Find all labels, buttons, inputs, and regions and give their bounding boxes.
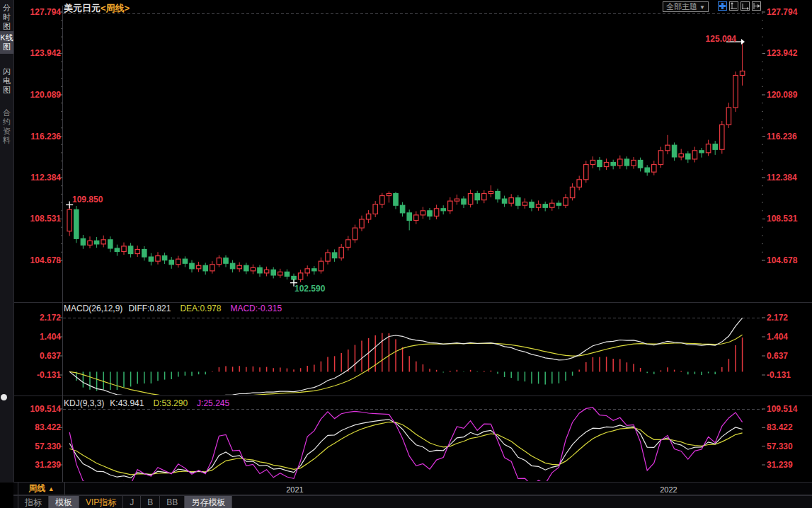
macd-diff-value: DIFF:0.821 — [128, 304, 171, 313]
axis-label-1-right-2: 0.637 — [767, 351, 812, 361]
macd-header: MACD(26,12,9)DIFF:0.821DEA:0.978MACD:-0.… — [64, 304, 291, 313]
axis-label-0-right-4: 112.384 — [767, 173, 812, 183]
axis-label-0-left-5: 108.531 — [14, 214, 61, 224]
axis-label-1-left-2: 0.637 — [14, 351, 61, 361]
axis-label-0-left-1: 123.942 — [14, 48, 61, 58]
bottom-tab-4[interactable]: J — [123, 496, 141, 508]
axis-label-2-right-3: 31.239 — [767, 460, 812, 470]
axis-label-2-left-3: 31.239 — [14, 460, 61, 470]
bottom-tab-1[interactable]: 指标 — [18, 496, 49, 508]
axis-label-0-left-3: 116.236 — [14, 132, 61, 142]
axis-label-0-left-2: 120.089 — [14, 90, 61, 100]
first-high-annotation: 109.850 — [72, 195, 103, 204]
macd-value: MACD:-0.315 — [230, 304, 282, 313]
bottom-tab-bar: 指标模板VIP指标JBBB另存模板 — [13, 495, 812, 508]
axis-label-0-right-0: 127.794 — [767, 7, 812, 17]
panel-handle-icon[interactable] — [1, 394, 7, 400]
axis-label-2-right-0: 109.514 — [767, 404, 812, 414]
kdj-d-value: D:53.290 — [153, 398, 188, 408]
candlestick-chart[interactable] — [0, 0, 812, 508]
period-selector[interactable]: 周线 ▲ — [18, 483, 65, 495]
bottom-tab-7[interactable]: 另存模板 — [185, 496, 232, 508]
axis-label-0-left-6: 104.678 — [14, 255, 61, 265]
axis-label-0-right-6: 104.678 — [767, 255, 812, 265]
axis-label-1-right-3: -0.131 — [767, 370, 812, 380]
axis-label-1-left-0: 2.172 — [14, 313, 61, 323]
bottom-tab-2[interactable]: 模板 — [49, 496, 79, 508]
bottom-tab-3[interactable]: VIP指标 — [79, 496, 123, 508]
kdj-params: KDJ(9,3,3) — [64, 398, 104, 408]
triangle-up-icon: ▲ — [48, 485, 55, 492]
kdj-j-value: J:25.245 — [197, 398, 229, 408]
axis-label-0-right-1: 123.942 — [767, 48, 812, 58]
axis-label-0-right-3: 116.236 — [767, 132, 812, 142]
kdj-k-value: K:43.941 — [110, 398, 144, 408]
year-label-2021: 2021 — [286, 485, 303, 494]
axis-label-1-right-1: 1.404 — [767, 332, 812, 342]
time-axis-bar: 周线 ▲ 20212022 — [13, 483, 812, 495]
bottom-tab-5[interactable]: B — [141, 496, 160, 508]
trading-terminal: 分时图K线图闪电图合约资料 美元日元<周线> 全部主题 ▼ 109.850 10… — [0, 0, 812, 508]
axis-label-2-right-2: 57.330 — [767, 441, 812, 451]
axis-label-0-right-2: 120.089 — [767, 90, 812, 100]
year-label-2022: 2022 — [660, 485, 677, 494]
axis-label-2-left-0: 109.514 — [14, 404, 61, 414]
axis-label-1-left-3: -0.131 — [14, 370, 61, 380]
macd-params: MACD(26,12,9) — [64, 304, 122, 313]
axis-label-0-left-4: 112.384 — [14, 173, 61, 183]
period-label: 周线 — [28, 483, 45, 493]
low-annotation: 102.590 — [295, 284, 325, 294]
axis-label-1-left-1: 1.404 — [14, 332, 61, 342]
axis-label-0-right-5: 108.531 — [767, 214, 812, 224]
bottom-tab-6[interactable]: BB — [160, 496, 185, 508]
axis-label-2-right-1: 83.422 — [767, 422, 812, 432]
axis-label-2-left-2: 57.330 — [14, 441, 61, 451]
axis-label-2-left-1: 83.422 — [14, 422, 61, 432]
axis-label-1-right-0: 2.172 — [767, 313, 812, 323]
kdj-header: KDJ(9,3,3)K:43.941D:53.290J:25.245 — [64, 398, 239, 408]
high-annotation: 125.094 — [697, 35, 736, 44]
axis-label-0-left-0: 127.794 — [14, 7, 61, 17]
macd-dea-value: DEA:0.978 — [180, 304, 221, 313]
